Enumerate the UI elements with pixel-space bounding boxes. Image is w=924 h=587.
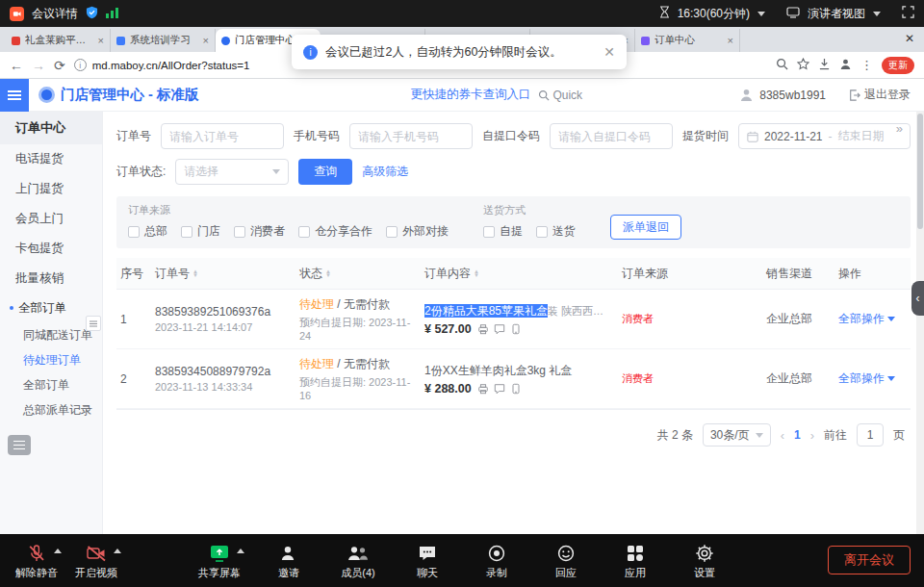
search-button[interactable]: 查询 <box>298 159 352 185</box>
order-status-select[interactable]: 请选择 <box>175 159 289 185</box>
mic-options-icon[interactable] <box>54 549 62 553</box>
reactions-button[interactable]: 回应 <box>545 542 587 580</box>
start-video-button[interactable]: 开启视频 <box>75 542 117 580</box>
scrollbar-thumb[interactable] <box>917 114 923 229</box>
menu-hamburger-button[interactable] <box>0 79 29 112</box>
apps-button[interactable]: 应用 <box>614 542 656 580</box>
checkbox-source-store[interactable]: 门店 <box>181 223 220 240</box>
quick-search[interactable]: Quick <box>538 89 582 102</box>
checkbox-source-consumer[interactable]: 消费者 <box>234 223 285 240</box>
checkbox-source-hq[interactable]: 总部 <box>128 223 167 240</box>
goto-page-input[interactable] <box>857 423 884 447</box>
leave-meeting-button[interactable]: 离开会议 <box>828 546 911 574</box>
printer-icon[interactable] <box>477 323 489 335</box>
browser-menu-icon[interactable]: ⋮ <box>860 58 873 72</box>
invite-button[interactable]: 邀请 <box>268 542 310 580</box>
printer-icon[interactable] <box>477 383 489 395</box>
site-info-icon[interactable]: i <box>74 59 87 71</box>
order-number[interactable]: 83859389251069376a <box>155 305 292 319</box>
message-icon[interactable] <box>494 323 505 335</box>
video-options-icon[interactable] <box>114 549 121 553</box>
collapse-filters-icon[interactable]: » <box>896 121 903 136</box>
tab-close-icon[interactable]: × <box>728 35 733 46</box>
checkbox-source-external[interactable]: 外部对接 <box>386 223 449 240</box>
forward-icon[interactable]: → <box>32 58 45 73</box>
browser-tab[interactable]: 订单中心 × <box>635 29 740 52</box>
advanced-filter-link[interactable]: 高级筛选 <box>362 164 408 180</box>
col-header-order-no[interactable]: 订单号▲▼ <box>151 258 295 289</box>
sidebar-subitem-hq-dispatch-log[interactable]: 总部派单记录 <box>0 397 102 422</box>
view-mode-selector[interactable]: 演讲者视图 <box>808 6 865 22</box>
toast-close-icon[interactable]: ✕ <box>603 44 615 60</box>
checkbox-icon <box>128 226 140 238</box>
order-number[interactable]: 83859345088979792a <box>155 365 292 378</box>
next-page-icon[interactable]: › <box>810 428 814 443</box>
logout-button[interactable]: 退出登录 <box>849 87 911 103</box>
window-close-icon[interactable]: ✕ <box>905 32 914 45</box>
bookmark-star-icon[interactable] <box>797 58 809 73</box>
goto-unit: 页 <box>893 427 905 444</box>
tab-close-icon[interactable]: × <box>203 35 209 46</box>
prev-page-icon[interactable]: ‹ <box>781 428 784 443</box>
apps-label: 应用 <box>625 566 646 580</box>
settings-button[interactable]: 设置 <box>683 542 726 580</box>
meeting-details-link[interactable]: 会议详情 <box>32 6 78 22</box>
sidebar-item-batch-verify[interactable]: 批量核销 <box>0 264 102 294</box>
coupon-query-link[interactable]: 更快捷的券卡查询入口 <box>410 87 530 103</box>
all-actions-dropdown[interactable]: 全部操作 <box>838 370 903 387</box>
download-icon[interactable] <box>818 58 831 73</box>
sort-icon[interactable]: ▲▼ <box>192 269 198 277</box>
refresh-icon[interactable]: ⟳ <box>54 58 65 73</box>
sidebar-item-member-visit[interactable]: 会员上门 <box>0 204 102 234</box>
sidebar-item-door-pickup[interactable]: 上门提货 <box>0 174 102 204</box>
meeting-timer[interactable]: 16:30(60分钟) <box>678 6 750 22</box>
profile-icon[interactable] <box>839 58 852 73</box>
date-range-picker[interactable]: 2022-11-21 - 结束日期 <box>738 123 911 149</box>
current-page[interactable]: 1 <box>794 428 801 442</box>
chat-button[interactable]: 聊天 <box>406 542 449 580</box>
timer-dropdown-icon[interactable] <box>757 12 765 16</box>
back-icon[interactable]: ← <box>10 58 23 73</box>
col-header-content[interactable]: 订单内容▲▼ <box>421 258 618 289</box>
zoom-search-icon[interactable] <box>776 58 788 73</box>
checkbox-delivery-deliver[interactable]: 送货 <box>536 223 576 240</box>
checkbox-delivery-selfpickup[interactable]: 自提 <box>483 223 523 240</box>
record-button[interactable]: 录制 <box>475 542 518 580</box>
phone-icon[interactable] <box>510 383 522 395</box>
sidebar-subitem-pending-orders[interactable]: 待处理订单 <box>0 347 102 372</box>
order-price: ¥ 527.00 <box>424 322 472 336</box>
sidebar-collapse-toggle[interactable] <box>86 316 101 331</box>
sort-icon[interactable]: ▲▼ <box>474 269 479 277</box>
message-icon[interactable] <box>494 383 505 395</box>
sidebar-item-phone-pickup[interactable]: 电话提货 <box>0 144 102 174</box>
browser-update-button[interactable]: 更新 <box>882 57 914 74</box>
task-list-button[interactable] <box>8 435 31 455</box>
app-logo: 门店管理中心 - 标准版 <box>38 86 198 104</box>
checkbox-source-warehouse-coop[interactable]: 仓分享合作 <box>298 223 372 240</box>
user-account[interactable]: 8385wb1991 <box>739 88 826 102</box>
members-button[interactable]: 成员(4) <box>337 542 379 580</box>
sort-icon[interactable]: ▲▼ <box>325 269 331 277</box>
all-actions-dropdown[interactable]: 全部操作 <box>838 311 903 327</box>
browser-scrollbar[interactable] <box>916 112 924 534</box>
fullscreen-icon[interactable] <box>902 6 914 21</box>
sidebar-subitem-all-orders[interactable]: 全部订单 <box>0 372 102 397</box>
tab-close-icon[interactable]: × <box>98 35 104 46</box>
per-page-select[interactable]: 30条/页 <box>703 423 771 447</box>
end-date-placeholder[interactable]: 结束日期 <box>838 128 885 144</box>
start-date-value[interactable]: 2022-11-21 <box>764 130 823 143</box>
phone-input[interactable] <box>349 123 473 149</box>
col-header-status[interactable]: 状态▲▼ <box>295 258 421 289</box>
view-dropdown-icon[interactable] <box>873 12 881 16</box>
phone-icon[interactable] <box>510 323 522 335</box>
browser-tab[interactable]: 系统培训学习 × <box>111 29 216 52</box>
browser-tab[interactable]: 礼盒莱购平台管理中心 × <box>6 29 111 52</box>
side-panel-expand-handle[interactable]: ‹ <box>911 281 924 316</box>
share-options-icon[interactable] <box>237 549 244 553</box>
pickup-code-input[interactable] <box>550 123 673 149</box>
unmute-button[interactable]: 解除静音 <box>15 542 58 580</box>
sidebar-item-card-pickup[interactable]: 卡包提货 <box>0 234 102 264</box>
order-no-input[interactable] <box>161 123 284 149</box>
share-screen-button[interactable]: 共享屏幕 <box>198 542 241 580</box>
dispatch-return-button[interactable]: 派单退回 <box>610 215 681 240</box>
